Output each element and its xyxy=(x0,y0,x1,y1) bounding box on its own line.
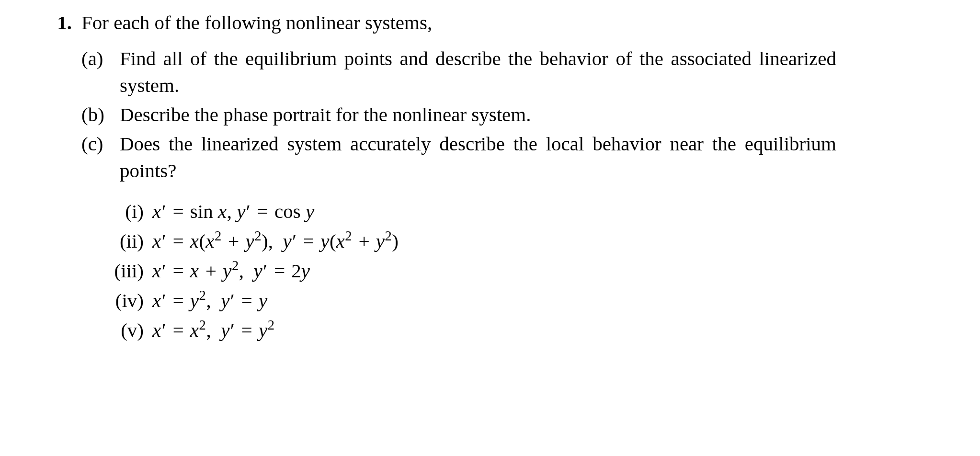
subitem-v: (v) x′ = x2, y′ = y2 xyxy=(101,316,942,343)
var-y: y xyxy=(306,200,315,222)
eq-y: y′ = cos y xyxy=(237,200,314,222)
subitem-label: (ii) xyxy=(101,228,152,254)
problem-number: 1. xyxy=(38,10,81,36)
part-c: (c) Does the linearized system accuratel… xyxy=(81,131,942,184)
parts-list: (a) Find all of the equilibrium points a… xyxy=(81,46,942,343)
part-text: Does the linearized system accurately de… xyxy=(120,131,942,184)
subitems-list: (i) x′ = sin x, y′ = cos y (ii) x′ = x(x… xyxy=(81,198,942,343)
subitem-iv: (iv) x′ = y2, y′ = y xyxy=(101,286,942,314)
subitem-equation: x′ = x + y2, y′ = 2y xyxy=(152,256,310,284)
part-a: (a) Find all of the equilibrium points a… xyxy=(81,46,942,99)
sep: , xyxy=(227,200,237,222)
fn-cos: cos xyxy=(274,200,306,222)
part-b: (b) Describe the phase portrait for the … xyxy=(81,102,942,128)
subitem-equation: x′ = x(x2 + y2), y′ = y(x2 + y2) xyxy=(152,227,399,254)
part-label: (b) xyxy=(81,102,120,128)
subitem-ii: (ii) x′ = x(x2 + y2), y′ = y(x2 + y2) xyxy=(101,227,942,254)
problem-stem: For each of the following nonlinear syst… xyxy=(81,10,942,36)
page: 1. For each of the following nonlinear s… xyxy=(0,0,980,456)
part-text: Describe the phase portrait for the nonl… xyxy=(120,102,942,128)
problem-body: (a) Find all of the equilibrium points a… xyxy=(38,36,942,345)
subitem-equation: x′ = y2, y′ = y xyxy=(152,286,268,314)
var-x: x xyxy=(218,200,227,222)
part-label: (c) xyxy=(81,131,120,157)
fn-sin: sin xyxy=(190,200,218,222)
problem-row: 1. For each of the following nonlinear s… xyxy=(38,10,942,36)
subitem-equation: x′ = sin x, y′ = cos y xyxy=(152,198,315,225)
subitem-label: (v) xyxy=(101,317,152,343)
part-label: (a) xyxy=(81,46,120,72)
eq-x: x′ = sin x xyxy=(152,200,227,222)
part-text: Find all of the equilibrium points and d… xyxy=(120,46,942,99)
subitem-equation: x′ = x2, y′ = y2 xyxy=(152,316,275,343)
subitem-label: (i) xyxy=(101,198,152,225)
subitem-label: (iv) xyxy=(101,287,152,314)
subitem-label: (iii) xyxy=(101,258,152,284)
subitem-i: (i) x′ = sin x, y′ = cos y xyxy=(101,198,942,225)
subitem-iii: (iii) x′ = x + y2, y′ = 2y xyxy=(101,256,942,284)
